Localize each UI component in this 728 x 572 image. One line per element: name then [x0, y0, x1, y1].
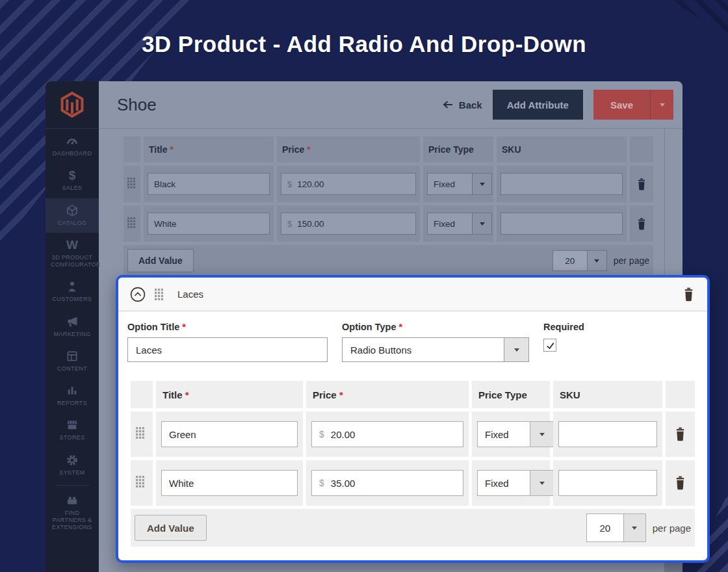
sidebar-item-sales[interactable]: $ SALES — [46, 163, 99, 198]
value-price-input[interactable] — [331, 478, 456, 489]
per-page-label: per page — [653, 523, 691, 534]
price-type-select[interactable]: Fixed — [477, 470, 554, 496]
value-price-input[interactable] — [297, 179, 410, 189]
sidebar-item-reports[interactable]: REPORTS — [46, 378, 99, 413]
option-title-label: Option Title * — [127, 322, 328, 332]
sidebar-item-find-partners[interactable]: FIND PARTNERS & EXTENSIONS — [46, 488, 99, 538]
chevron-down-icon — [660, 103, 665, 107]
magento-logo[interactable] — [46, 81, 99, 129]
trash-icon — [636, 218, 647, 230]
currency-symbol: $ — [319, 478, 324, 488]
drag-handle-icon[interactable] — [136, 427, 144, 439]
value-title-input[interactable] — [148, 173, 270, 195]
required-checkbox[interactable] — [543, 339, 556, 352]
sidebar-item-customers[interactable]: CUSTOMERS — [46, 274, 99, 309]
gear-icon — [66, 454, 79, 467]
sidebar-item-3d-product-configurator[interactable]: W 3D PRODUCT CONFIGURATOR — [46, 233, 99, 275]
magento-logo-icon — [60, 91, 84, 118]
save-button[interactable]: Save — [593, 90, 650, 120]
page-title: Shoe — [117, 95, 157, 115]
drag-handle-icon[interactable] — [127, 177, 135, 188]
table-row: $ Fixed — [131, 460, 695, 506]
delete-row-button[interactable] — [634, 178, 649, 190]
price-type-select[interactable]: Fixed — [477, 421, 554, 447]
add-value-button[interactable]: Add Value — [135, 515, 207, 541]
value-price-field[interactable]: $ — [311, 421, 463, 447]
sidebar-item-dashboard[interactable]: DASHBOARD — [46, 129, 99, 163]
person-icon — [66, 280, 79, 293]
value-price-field[interactable]: $ — [311, 470, 463, 496]
per-page-select[interactable]: 20 — [586, 514, 646, 542]
back-label: Back — [459, 99, 482, 110]
trash-icon — [673, 427, 687, 441]
option-type-label: Option Type * — [342, 322, 529, 332]
extension-brick-icon — [66, 494, 79, 507]
currency-symbol: $ — [287, 179, 292, 189]
column-header-title: Title * — [156, 381, 303, 408]
trash-icon — [673, 476, 687, 490]
chevron-down-icon — [504, 338, 528, 361]
table-row: $ Fixed — [131, 411, 695, 457]
value-price-field[interactable]: $ — [281, 173, 416, 195]
drag-handle-icon[interactable] — [127, 217, 135, 228]
back-button[interactable]: Back — [442, 99, 482, 110]
required-label: Required — [543, 322, 584, 332]
column-header-price: Price * — [306, 381, 469, 408]
add-attribute-button[interactable]: Add Attribute — [493, 90, 583, 120]
drag-handle-icon[interactable] — [136, 476, 144, 488]
sidebar-item-content[interactable]: CONTENT — [46, 344, 99, 378]
value-price-input[interactable] — [331, 429, 456, 440]
sidebar: DASHBOARD $ SALES CATALOG W 3D PRODUCT C… — [46, 81, 99, 572]
value-sku-input[interactable] — [500, 213, 623, 235]
banner-stripes-top-right — [670, 0, 728, 36]
value-price-input[interactable] — [297, 219, 410, 229]
sidebar-item-stores[interactable]: STORES — [46, 413, 99, 447]
per-page-select[interactable]: 20 — [552, 250, 607, 271]
sidebar-item-system[interactable]: SYSTEM — [46, 448, 99, 482]
delete-option-button[interactable] — [682, 287, 696, 302]
required-field: Required — [543, 322, 584, 362]
layout-icon — [66, 350, 79, 363]
value-sku-input[interactable] — [500, 173, 623, 195]
bar-chart-icon — [66, 384, 79, 397]
table-row: $ Fixed — [124, 166, 653, 202]
drag-handle-icon[interactable] — [155, 289, 163, 300]
column-header-sku: SKU — [553, 381, 662, 408]
checkmark-icon — [545, 341, 555, 350]
value-sku-input[interactable] — [558, 421, 657, 447]
column-header-price-type: Price Type — [423, 136, 493, 162]
save-dropdown-button[interactable] — [650, 90, 673, 120]
chevron-down-icon — [530, 422, 553, 447]
currency-symbol: $ — [287, 219, 292, 229]
value-title-input[interactable] — [161, 470, 298, 496]
per-page-label: per page — [614, 255, 649, 266]
column-header-title: Title * — [144, 136, 274, 162]
chevron-down-icon — [587, 251, 606, 270]
add-value-button[interactable]: Add Value — [127, 249, 194, 272]
configurator-icon: W — [66, 239, 78, 252]
option-type-select[interactable]: Radio Buttons — [342, 337, 529, 362]
sidebar-item-marketing[interactable]: MARKETING — [46, 309, 99, 344]
delete-row-button[interactable] — [671, 476, 690, 490]
laces-option-panel: Laces Option Title * Option Type * Radio… — [116, 275, 710, 563]
price-type-select[interactable]: Fixed — [427, 173, 492, 195]
sidebar-item-catalog[interactable]: CATALOG — [46, 198, 99, 233]
back-arrow-icon — [442, 100, 454, 109]
chevron-down-icon — [623, 514, 645, 541]
chevron-down-icon — [530, 471, 553, 495]
sidebar-divider — [55, 485, 89, 486]
price-type-select[interactable]: Fixed — [427, 213, 492, 235]
banner-title: 3D Product - Add Radio And Drop-Down — [0, 31, 728, 57]
scrollbar-corner — [664, 563, 682, 572]
value-title-input[interactable] — [148, 213, 270, 235]
value-title-input[interactable] — [161, 421, 298, 447]
value-sku-input[interactable] — [558, 470, 657, 496]
column-header-sku: SKU — [497, 136, 627, 162]
delete-row-button[interactable] — [671, 427, 690, 441]
option-title-input[interactable] — [127, 337, 328, 362]
delete-row-button[interactable] — [634, 218, 649, 230]
collapse-icon[interactable] — [130, 287, 146, 302]
value-price-field[interactable]: $ — [281, 213, 416, 235]
chevron-down-icon — [472, 174, 491, 194]
trash-icon — [682, 287, 696, 302]
